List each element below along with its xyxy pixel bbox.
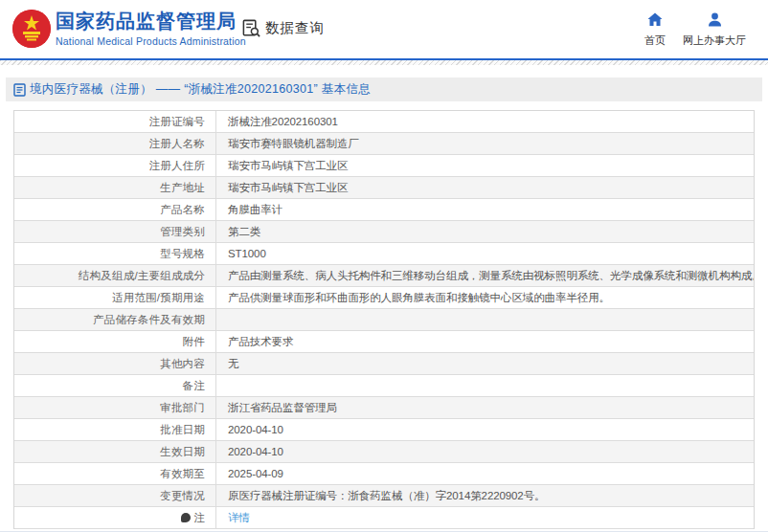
field-value: 瑞安市赛特眼镜机器制造厂	[216, 133, 754, 154]
field-label: 适用范围/预期用途	[14, 287, 216, 308]
field-value: 瑞安市马屿镇下宫工业区	[216, 155, 754, 176]
user-icon	[708, 12, 722, 27]
field-value	[216, 375, 754, 396]
data-query-tab[interactable]: 数据查询	[241, 18, 325, 38]
details-link[interactable]: 详情	[228, 511, 250, 525]
field-label: 产品名称	[14, 199, 216, 220]
field-label: 生产地址	[14, 177, 216, 198]
table-row: 注册人住所瑞安市马屿镇下宫工业区	[14, 155, 754, 177]
field-label: 管理类别	[14, 221, 216, 242]
nav-online-hall[interactable]: 网上办事大厅	[676, 12, 753, 48]
nav-hall-label: 网上办事大厅	[676, 33, 753, 48]
table-row: 附件产品技术要求	[14, 331, 754, 353]
field-value: 瑞安市马屿镇下宫工业区	[216, 177, 754, 198]
table-row: 适用范围/预期用途产品供测量球面形和环曲面形的人眼角膜表面和接触镜中心区域的曲率…	[14, 287, 754, 309]
table-row: 生效日期2020-04-10	[14, 441, 754, 463]
table-row: 备注	[14, 375, 754, 397]
field-label: 有效期至	[14, 463, 216, 484]
table-row: 管理类别第二类	[14, 221, 754, 243]
field-value: 产品技术要求	[216, 331, 754, 352]
note-icon	[181, 513, 191, 522]
table-row: 产品名称角膜曲率计	[14, 199, 754, 221]
table-row: 批准日期2020-04-10	[14, 419, 754, 441]
field-label: 其他内容	[14, 353, 216, 374]
document-search-icon	[241, 18, 261, 38]
field-label: 产品储存条件及有效期	[14, 309, 216, 330]
table-row: 其他内容无	[14, 353, 754, 375]
field-value: 浙江省药品监督管理局	[216, 397, 754, 418]
document-icon	[13, 83, 26, 97]
field-value: 第二类	[216, 221, 754, 242]
field-label: 注册人名称	[14, 133, 216, 154]
emblem-graphic	[12, 10, 51, 48]
field-value	[216, 309, 754, 330]
field-value: 无	[216, 353, 754, 374]
nav-home[interactable]: 首页	[634, 12, 676, 48]
field-label: 备注	[14, 375, 216, 396]
home-icon	[647, 12, 663, 27]
field-label: 批准日期	[14, 419, 216, 440]
field-label: 变更情况	[14, 485, 216, 506]
national-emblem-logo	[12, 10, 51, 48]
field-value: 角膜曲率计	[216, 199, 754, 220]
field-value: 原医疗器械注册证编号：浙食药监械（准）字2014第2220902号。	[216, 485, 754, 506]
table-row: 变更情况原医疗器械注册证编号：浙食药监械（准）字2014第2220902号。	[14, 485, 754, 507]
field-label: 结构及组成/主要组成成分	[14, 265, 216, 286]
table-row: 注册证编号浙械注准20202160301	[14, 111, 754, 133]
field-value: 2020-04-10	[216, 441, 754, 462]
info-table: 注册证编号浙械注准20202160301注册人名称瑞安市赛特眼镜机器制造厂注册人…	[13, 110, 755, 529]
field-label: 注册证编号	[14, 111, 216, 132]
table-row: 审批部门浙江省药品监督管理局	[14, 397, 754, 419]
field-value: 产品供测量球面形和环曲面形的人眼角膜表面和接触镜中心区域的曲率半径用。	[216, 287, 754, 308]
field-value: 2020-04-10	[216, 419, 754, 440]
site-header: 国家药品监督管理局 National Medical Products Admi…	[0, 0, 768, 58]
table-row: 型号规格ST1000	[14, 243, 754, 265]
breadcrumb-text: 境内医疗器械（注册） —— “浙械注准20202160301” 基本信息	[30, 81, 371, 98]
table-row: 产品储存条件及有效期	[14, 309, 754, 331]
field-label: 审批部门	[14, 397, 216, 418]
breadcrumb: 境内医疗器械（注册） —— “浙械注准20202160301” 基本信息	[6, 78, 762, 101]
table-row: 有效期至2025-04-09	[14, 463, 754, 485]
org-title-block: 国家药品监督管理局 National Medical Products Admi…	[56, 10, 246, 47]
field-value: 详情	[216, 507, 754, 528]
field-label: 注册人住所	[14, 155, 216, 176]
table-row: 结构及组成/主要组成成分产品由测量系统、病人头托构件和三维移动台组成，测量系统由…	[14, 265, 754, 287]
field-value: 产品由测量系统、病人头托构件和三维移动台组成，测量系统由视标照明系统、光学成像系…	[216, 265, 754, 286]
field-value: 2025-04-09	[216, 463, 754, 484]
hatch-texture-strip	[0, 60, 768, 65]
field-label: 附件	[14, 331, 216, 352]
field-label: 型号规格	[14, 243, 216, 264]
field-label: 生效日期	[14, 441, 216, 462]
table-row: 生产地址瑞安市马屿镇下宫工业区	[14, 177, 754, 199]
table-row: 注详情	[14, 507, 754, 529]
org-name-en: National Medical Products Administration	[56, 35, 246, 47]
field-label: 注	[14, 507, 216, 528]
nav-home-label: 首页	[634, 33, 676, 48]
data-query-label: 数据查询	[265, 19, 325, 37]
field-value: ST1000	[216, 243, 754, 264]
org-name-cn: 国家药品监督管理局	[56, 10, 246, 33]
field-value: 浙械注准20202160301	[216, 111, 754, 132]
table-row: 注册人名称瑞安市赛特眼镜机器制造厂	[14, 133, 754, 155]
